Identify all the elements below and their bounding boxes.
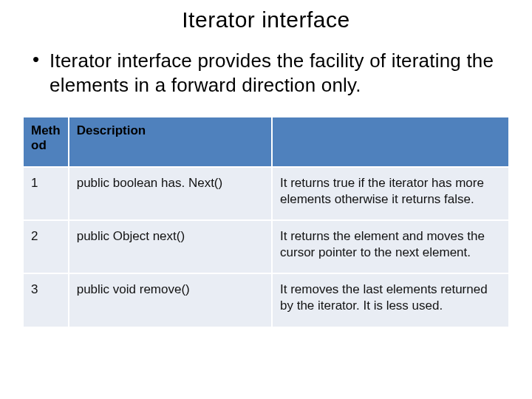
methods-table: Meth od Description 1 public boolean has… [22, 116, 510, 328]
cell-desc: It returns true if the iterator has more… [272, 167, 509, 220]
table-row: 2 public Object next() It returns the el… [23, 220, 509, 273]
cell-method: public boolean has. Next() [69, 167, 272, 220]
bullet-item: • Iterator interface provides the facili… [33, 49, 510, 97]
cell-method: public void remove() [69, 273, 272, 327]
table-row: 1 public boolean has. Next() It returns … [23, 167, 509, 220]
cell-number: 2 [23, 220, 69, 273]
table-header-row: Meth od Description [23, 117, 509, 167]
table-row: 3 public void remove() It removes the la… [23, 273, 509, 327]
bullet-text: Iterator interface provides the facility… [50, 49, 510, 97]
cell-desc: It removes the last elements returned by… [272, 273, 509, 327]
header-blank [272, 117, 509, 167]
header-description: Description [69, 117, 272, 167]
header-method-no: Meth od [23, 117, 69, 167]
bullet-dot-icon: • [33, 49, 39, 69]
cell-desc: It returns the element and moves the cur… [272, 220, 509, 273]
cell-method: public Object next() [69, 220, 272, 273]
cell-number: 3 [23, 273, 69, 327]
page-title: Iterator interface [22, 7, 510, 33]
cell-number: 1 [23, 167, 69, 220]
